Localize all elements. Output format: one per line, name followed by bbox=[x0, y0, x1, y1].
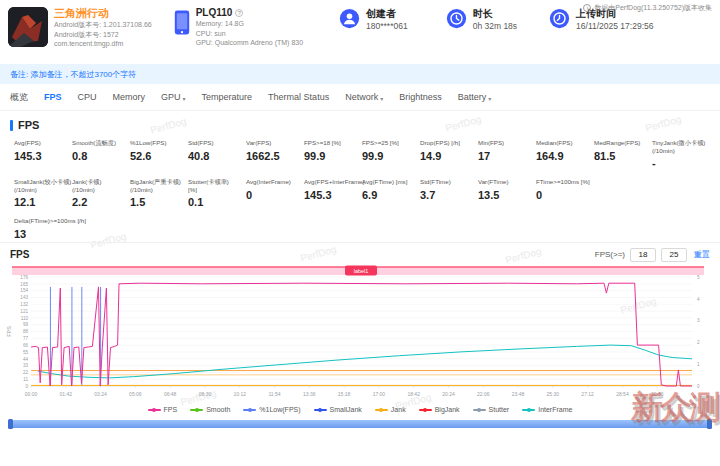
metric-label: Smooth(流畅度) bbox=[72, 139, 130, 147]
metric-sublabel: (/10min) bbox=[652, 147, 710, 155]
metric: FTime>=100ms [%]0 bbox=[536, 178, 594, 208]
tab-cpu[interactable]: CPU bbox=[78, 92, 97, 102]
legend-item-bigjank[interactable]: BigJank bbox=[419, 406, 460, 413]
metric-value: 3.7 bbox=[420, 189, 478, 201]
legend-marker bbox=[148, 409, 161, 411]
notice-placeholder[interactable]: 添加备注，不超过3700个字符 bbox=[30, 70, 136, 79]
device-model: PLQ110 bbox=[196, 7, 233, 19]
perfdog-report-page: PerfDogPerfDogPerfDogPerfDogPerfDogPerfD… bbox=[0, 0, 720, 466]
legend-item-smalljank[interactable]: SmallJank bbox=[314, 406, 362, 413]
metric-label: Avg(FPS) bbox=[14, 139, 72, 147]
svg-text:27:12: 27:12 bbox=[581, 391, 594, 397]
tab-label: Network bbox=[345, 92, 378, 102]
duration-value: 0h 32m 18s bbox=[473, 20, 517, 32]
metric-label: Jank(卡顿) bbox=[72, 178, 130, 186]
tab-label: FPS bbox=[44, 92, 62, 102]
metric-label: Var(FPS) bbox=[246, 139, 304, 147]
legend-marker bbox=[190, 409, 203, 411]
metric-value: 81.5 bbox=[594, 150, 652, 162]
tab-battery[interactable]: Battery▾ bbox=[458, 92, 492, 102]
legend-marker bbox=[375, 409, 388, 411]
svg-text:0: 0 bbox=[25, 383, 28, 388]
metric-value: 52.6 bbox=[130, 150, 188, 162]
tab-brightness[interactable]: Brightness bbox=[399, 92, 442, 102]
metric-label: FTime>=100ms [%] bbox=[536, 178, 594, 186]
fps-metrics: Avg(FPS)145.3Smooth(流畅度)0.8%1Low(FPS)52.… bbox=[0, 131, 720, 240]
tab-thermal-status[interactable]: Thermal Status bbox=[268, 92, 329, 102]
metrics-row-3: Delta(FTime)>=100ms [/h]13 bbox=[14, 217, 710, 240]
chart-range-slider[interactable] bbox=[8, 420, 712, 428]
metric-label: Stutter(卡顿率) bbox=[188, 178, 246, 186]
svg-text:4: 4 bbox=[697, 296, 700, 301]
legend-label: BigJank bbox=[435, 406, 460, 413]
legend-marker bbox=[419, 409, 432, 411]
svg-text:22:06: 22:06 bbox=[477, 391, 490, 397]
metrics-row-2: SmallJank(较小卡顿)(/10min)12.1Jank(卡顿)(/10m… bbox=[14, 178, 710, 208]
metric: BigJank(严重卡顿)(/10min)1.5 bbox=[130, 178, 188, 208]
tab-temperature[interactable]: Temperature bbox=[202, 92, 253, 102]
duration-group: 时长 0h 32m 18s bbox=[446, 7, 517, 33]
legend-label: Stutter bbox=[489, 406, 510, 413]
report-header: 三角洲行动 Android版本号: 1.201.37108.66 Android… bbox=[0, 0, 720, 64]
legend-item-jank[interactable]: Jank bbox=[375, 406, 406, 413]
metric: Std(FPS)40.8 bbox=[188, 139, 246, 169]
help-icon[interactable]: ? bbox=[235, 9, 243, 17]
metric: Median(FPS)164.9 bbox=[536, 139, 594, 169]
device-cpu: CPU: sun bbox=[196, 29, 303, 39]
reset-button[interactable]: 重置 bbox=[694, 249, 710, 260]
svg-text:44: 44 bbox=[23, 356, 29, 361]
svg-text:55: 55 bbox=[23, 349, 29, 354]
fps-threshold-input-2[interactable] bbox=[661, 248, 687, 262]
chart-title: FPS bbox=[10, 249, 29, 260]
metric-sublabel: (/10min) bbox=[130, 186, 188, 194]
tab-label: Battery bbox=[458, 92, 487, 102]
legend-marker bbox=[314, 409, 327, 411]
app-android-version: Android版本号: 1.201.37108.66 bbox=[54, 20, 152, 30]
tab-bar: 概览FPSCPUMemoryGPU▾TemperatureThermal Sta… bbox=[0, 84, 720, 111]
metric-label: %1Low(FPS) bbox=[130, 139, 188, 147]
notice-bar: 备注: 添加备注，不超过3700个字符 bbox=[0, 64, 720, 84]
metric-value: 14.9 bbox=[420, 150, 478, 162]
legend-item-fps[interactable]: FPS bbox=[148, 406, 178, 413]
metric-label: TinyJank(微小卡顿) bbox=[652, 139, 710, 147]
app-info-group: 三角洲行动 Android版本号: 1.201.37108.66 Android… bbox=[8, 7, 152, 49]
metric-value: 99.9 bbox=[362, 150, 420, 162]
legend-item-interframe[interactable]: InterFrame bbox=[522, 406, 572, 413]
fps-chart[interactable]: 0112233445566778899110121132143154165176… bbox=[0, 264, 720, 404]
info-icon: i bbox=[583, 4, 591, 12]
legend-item-smooth[interactable]: Smooth bbox=[190, 406, 230, 413]
svg-text:30:36: 30:36 bbox=[651, 391, 664, 397]
metric: Drop(FPS) [/h]14.9 bbox=[420, 139, 478, 169]
chart-header: FPS FPS(>=) 重置 bbox=[0, 242, 720, 264]
duration-label: 时长 bbox=[473, 7, 517, 20]
metric-value: 0.8 bbox=[72, 150, 130, 162]
metric-value: 6.9 bbox=[362, 189, 420, 201]
metric: Avg(FTime) [ms]6.9 bbox=[362, 178, 420, 208]
tab-network[interactable]: Network▾ bbox=[345, 92, 383, 102]
tab-gpu[interactable]: GPU▾ bbox=[161, 92, 186, 102]
slider-handle-right[interactable] bbox=[707, 419, 712, 429]
tab-概览[interactable]: 概览 bbox=[10, 91, 28, 104]
fps-threshold-input-1[interactable] bbox=[630, 248, 656, 262]
tab-fps[interactable]: FPS bbox=[44, 92, 62, 102]
legend-item-stutter[interactable]: Stutter bbox=[473, 406, 510, 413]
legend-label: Smooth bbox=[206, 406, 230, 413]
legend-label: %1Low(FPS) bbox=[259, 406, 300, 413]
app-icon bbox=[8, 7, 48, 47]
svg-text:05:06: 05:06 bbox=[129, 391, 142, 397]
legend-item--1low-fps-[interactable]: %1Low(FPS) bbox=[243, 406, 300, 413]
notice-prefix: 备注: bbox=[10, 70, 28, 79]
metric: Avg(FPS)145.3 bbox=[14, 139, 72, 169]
metric-value: 164.9 bbox=[536, 150, 594, 162]
metric: Avg(InterFrame)0 bbox=[246, 178, 304, 208]
tab-label: CPU bbox=[78, 92, 97, 102]
metric-value: 0 bbox=[536, 189, 594, 201]
svg-text:165: 165 bbox=[20, 281, 28, 286]
svg-text:132: 132 bbox=[20, 302, 28, 307]
svg-text:66: 66 bbox=[23, 342, 29, 347]
slider-handle-left[interactable] bbox=[8, 419, 13, 429]
creator-group: 创建者 180****061 bbox=[339, 7, 408, 33]
tab-memory[interactable]: Memory bbox=[113, 92, 146, 102]
metric: TinyJank(微小卡顿)(/10min)- bbox=[652, 139, 710, 169]
section-title: FPS bbox=[18, 119, 39, 131]
